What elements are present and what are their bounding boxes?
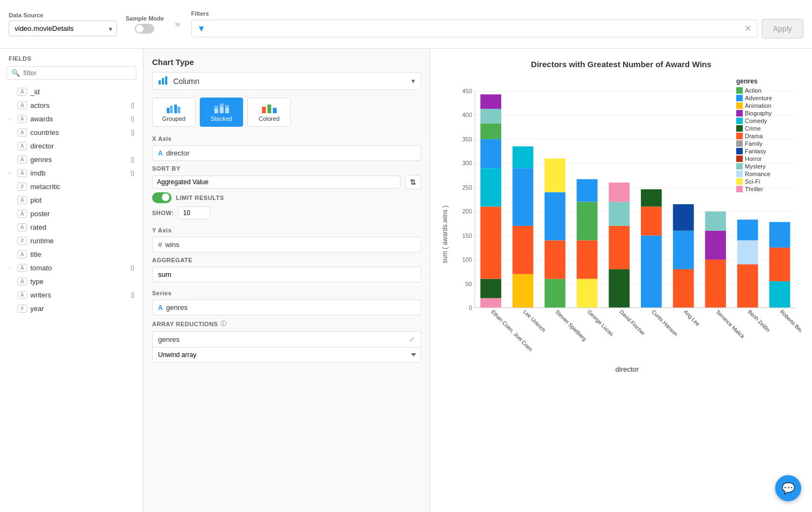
field-item-actors[interactable]: A actors [] [0, 99, 143, 112]
field-item-poster[interactable]: A poster [0, 207, 143, 221]
datasource-select[interactable]: video.movieDetails [9, 21, 117, 36]
sample-mode-toggle[interactable] [135, 24, 154, 34]
chart-variant-grouped[interactable]: Grouped [152, 98, 195, 127]
field-badge: [] [131, 157, 134, 163]
svg-rect-60 [609, 269, 630, 308]
legend-item: Adventure [736, 95, 801, 101]
legend-color-swatch [736, 186, 743, 192]
chart-type-arrow-icon: ▾ [411, 77, 415, 85]
field-item-runtime[interactable]: # runtime [0, 234, 143, 248]
filters-bar[interactable]: ▼ ✕ [191, 20, 757, 37]
series-section: Series A genres ARRAY REDUCTIONS ⓘ genre… [152, 290, 421, 362]
svg-rect-15 [273, 108, 277, 113]
svg-text:100: 100 [462, 256, 472, 263]
show-row: SHOW: [152, 206, 421, 219]
array-reduction-expand-icon[interactable]: ⤢ [409, 335, 415, 344]
field-badge: [] [131, 129, 134, 135]
field-item-year[interactable]: # year [0, 302, 143, 315]
field-type-icon: A [17, 115, 27, 123]
svg-rect-6 [178, 107, 180, 113]
field-item-genres[interactable]: A genres [] [0, 153, 143, 166]
field-item-awards[interactable]: › A awards {} [0, 112, 143, 126]
array-reduction-field: genres ⤢ [153, 332, 421, 347]
svg-rect-81 [769, 281, 790, 308]
chat-button[interactable]: 💬 [775, 475, 801, 501]
field-type-icon: A [17, 210, 27, 218]
sample-mode-section: Sample Mode [126, 15, 164, 34]
legend-item-label: Sci-Fi [745, 178, 760, 185]
chart-type-select[interactable]: Column ▾ [152, 72, 421, 90]
array-reduction-select[interactable]: Unwind array [153, 347, 421, 362]
y-axis-title: sum ( awards.wins ) [441, 77, 449, 392]
chart-variant-stacked[interactable]: Stacked [200, 98, 243, 127]
legend-color-swatch [736, 133, 743, 139]
field-item-imdb[interactable]: › A imdb {} [0, 166, 143, 180]
svg-rect-66 [641, 206, 662, 235]
field-item-countries[interactable]: A countries [] [0, 126, 143, 139]
field-name-label: imdb [30, 169, 127, 177]
field-badge: [] [131, 292, 134, 298]
chart-area: Directors with Greatest Number of Award … [430, 49, 812, 512]
filter-icon: ▼ [197, 24, 206, 34]
show-input[interactable] [178, 206, 211, 219]
variant-colored-label: Colored [259, 115, 280, 122]
legend-item: Fantasy [736, 148, 801, 154]
field-item-plot[interactable]: A plot [0, 193, 143, 207]
svg-rect-79 [737, 219, 758, 240]
field-item-_id[interactable]: A _id [0, 85, 143, 99]
array-reduction-row: genres ⤢ Unwind array [152, 331, 421, 362]
field-item-writers[interactable]: A writers [] [0, 288, 143, 302]
search-input[interactable] [23, 69, 132, 77]
legend-item: Action [736, 87, 801, 94]
x-axis-field: A director [152, 145, 421, 161]
svg-text:150: 150 [462, 232, 472, 239]
field-item-title[interactable]: A title [0, 248, 143, 261]
svg-rect-3 [167, 108, 169, 113]
svg-rect-78 [737, 241, 758, 264]
legend-item-label: Action [745, 87, 762, 94]
field-name-label: title [30, 250, 134, 258]
svg-rect-55 [577, 279, 598, 308]
field-item-rated[interactable]: A rated [0, 221, 143, 234]
field-item-director[interactable]: A director [0, 139, 143, 153]
chart-title: Directors with Greatest Number of Award … [441, 60, 801, 69]
sort-select[interactable]: Aggregated Value [152, 176, 401, 189]
legend-item: Sci-Fi [736, 178, 801, 185]
y-axis-field-name: wins [165, 241, 179, 249]
legend-item: Animation [736, 102, 801, 109]
legend-color-swatch [736, 102, 743, 109]
legend-color-swatch [736, 148, 743, 154]
svg-text:Curtis Hanson: Curtis Hanson [651, 309, 679, 338]
field-type-icon: # [17, 237, 27, 245]
svg-rect-0 [159, 80, 161, 85]
field-item-metacritic[interactable]: # metacritic [0, 180, 143, 193]
field-name-label: genres [30, 155, 128, 164]
field-type-icon: # [17, 304, 27, 313]
legend-item-label: Family [745, 140, 762, 147]
svg-text:Terrence Malick: Terrence Malick [715, 309, 746, 340]
limit-toggle[interactable] [152, 192, 172, 203]
search-icon: 🔍 [11, 69, 20, 77]
svg-text:George Lucas: George Lucas [586, 309, 614, 337]
field-item-tomato[interactable]: › A tomato {} [0, 261, 143, 275]
apply-button[interactable]: Apply [762, 19, 803, 38]
filters-clear-button[interactable]: ✕ [744, 23, 751, 34]
svg-rect-36 [480, 298, 501, 308]
svg-rect-2 [165, 76, 167, 85]
svg-rect-67 [641, 189, 662, 206]
field-item-type[interactable]: A type [0, 275, 143, 288]
series-field: A genres [152, 300, 421, 315]
field-expand-icon: › [9, 265, 14, 271]
chart-variant-colored[interactable]: Colored [247, 98, 291, 127]
limit-row: LIMIT RESULTS [152, 192, 421, 203]
svg-text:350: 350 [462, 136, 472, 142]
aggregate-select[interactable]: sum [152, 267, 421, 282]
x-axis-label: X Axis [152, 135, 421, 142]
svg-text:Steven Spielberg: Steven Spielberg [554, 309, 588, 342]
info-icon[interactable]: ⓘ [220, 320, 227, 328]
svg-rect-1 [162, 78, 164, 85]
sort-direction-button[interactable]: ⇅ [405, 175, 421, 189]
svg-rect-8 [214, 106, 218, 109]
legend-item: Romance [736, 171, 801, 177]
field-type-icon: # [17, 183, 27, 191]
